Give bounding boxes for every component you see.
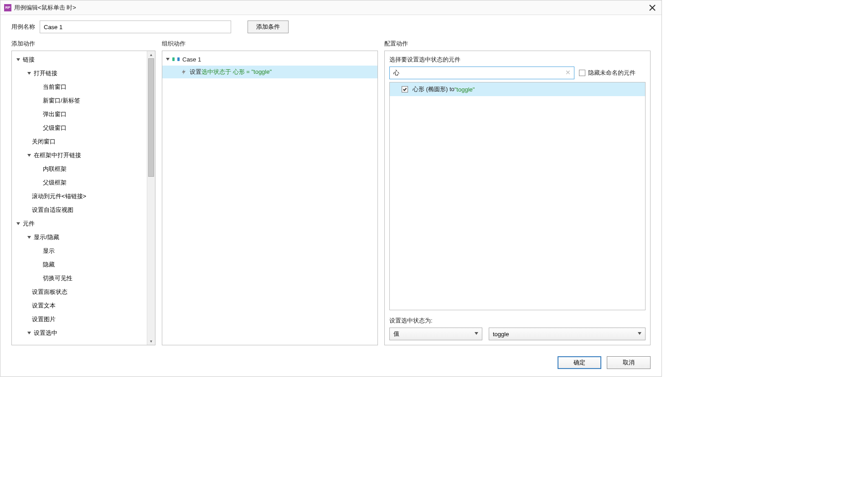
action-detail: 选中状态于 心形 = "toggle" bbox=[202, 68, 272, 76]
titlebar: RP 用例编辑<鼠标单击 时> bbox=[0, 0, 661, 15]
tree-show-hide[interactable]: 显示/隐藏 bbox=[12, 231, 147, 244]
tree-toggle-vis[interactable]: 切换可见性 bbox=[12, 272, 147, 285]
hide-unnamed-label: 隐藏未命名的元件 bbox=[588, 69, 636, 77]
case-label: Case 1 bbox=[182, 56, 201, 63]
dialog-footer: 确定 取消 bbox=[0, 352, 661, 376]
add-action-header: 添加动作 bbox=[11, 37, 155, 51]
state-value-dropdown[interactable]: toggle bbox=[489, 328, 646, 340]
clear-filter-icon[interactable]: ✕ bbox=[564, 69, 572, 76]
tree-open-link[interactable]: 打开链接 bbox=[12, 67, 147, 80]
action-tree[interactable]: 链接 打开链接 当前窗口 新窗口/新标签 弹出窗口 父级窗口 关闭窗口 在框架中… bbox=[12, 51, 147, 345]
widget-filter-input[interactable] bbox=[389, 67, 574, 79]
chevron-down-icon bbox=[475, 332, 478, 335]
tree-hide[interactable]: 隐藏 bbox=[12, 258, 147, 272]
tree-links[interactable]: 链接 bbox=[12, 53, 147, 67]
add-action-panel: 链接 打开链接 当前窗口 新窗口/新标签 弹出窗口 父级窗口 关闭窗口 在框架中… bbox=[11, 51, 155, 345]
case-editor-dialog: RP 用例编辑<鼠标单击 时> 用例名称 添加条件 添加动作 链接 打开链接 当… bbox=[0, 0, 662, 377]
action-row-set-selected[interactable]: 设置 选中状态于 心形 = "toggle" bbox=[162, 66, 377, 78]
widget-row-checkbox[interactable] bbox=[402, 86, 408, 92]
case-row[interactable]: Case 1 bbox=[162, 53, 377, 66]
tree-new-window-tab[interactable]: 新窗口/新标签 bbox=[12, 94, 147, 108]
select-widgets-prompt: 选择要设置选中状态的元件 bbox=[389, 56, 646, 64]
case-icon bbox=[172, 56, 180, 62]
organize-action-header: 组织动作 bbox=[162, 37, 378, 51]
tree-close-window[interactable]: 关闭窗口 bbox=[12, 135, 147, 149]
checkbox-icon bbox=[579, 70, 585, 76]
editor-columns: 添加动作 链接 打开链接 当前窗口 新窗口/新标签 弹出窗口 父级窗口 关闭窗口… bbox=[0, 37, 661, 352]
case-name-row: 用例名称 添加条件 bbox=[0, 15, 661, 37]
tree-set-image[interactable]: 设置图片 bbox=[12, 313, 147, 326]
scroll-track[interactable] bbox=[147, 58, 155, 338]
tree-set-selected[interactable]: 设置选中 bbox=[12, 326, 147, 340]
scroll-down-icon[interactable]: ▼ bbox=[147, 338, 155, 345]
tree-popup-window[interactable]: 弹出窗口 bbox=[12, 108, 147, 121]
organize-action-panel: Case 1 设置 选中状态于 心形 = "toggle" bbox=[162, 51, 378, 345]
window-title: 用例编辑<鼠标单击 时> bbox=[14, 4, 647, 12]
tree-set-adaptive[interactable]: 设置自适应视图 bbox=[12, 203, 147, 217]
tree-scroll-anchor[interactable]: 滚动到元件<锚链接> bbox=[12, 190, 147, 203]
configure-action-header: 配置动作 bbox=[384, 37, 651, 51]
state-type-dropdown[interactable]: 值 bbox=[389, 328, 482, 340]
tree-open-in-frame[interactable]: 在框架中打开链接 bbox=[12, 149, 147, 162]
tree-inline-frame[interactable]: 内联框架 bbox=[12, 162, 147, 176]
add-condition-button[interactable]: 添加条件 bbox=[248, 20, 289, 33]
app-icon: RP bbox=[4, 4, 11, 11]
tree-current-window[interactable]: 当前窗口 bbox=[12, 80, 147, 94]
left-scrollbar[interactable]: ▲ ▼ bbox=[147, 51, 155, 345]
widget-row-heart[interactable]: 心形 (椭圆形) to "toggle" bbox=[390, 82, 645, 96]
state-value-value: toggle bbox=[493, 331, 509, 338]
state-type-value: 值 bbox=[393, 330, 399, 338]
lightning-icon bbox=[181, 69, 187, 75]
widget-row-name: 心形 (椭圆形) to bbox=[413, 85, 455, 93]
action-prefix: 设置 bbox=[190, 68, 202, 76]
case-name-label: 用例名称 bbox=[11, 23, 35, 31]
set-selected-state-label: 设置选中状态为: bbox=[389, 317, 646, 325]
chevron-down-icon bbox=[638, 332, 641, 335]
widget-list[interactable]: 心形 (椭圆形) to "toggle" bbox=[389, 82, 646, 310]
configure-action-panel: 选择要设置选中状态的元件 ✕ 隐藏未命名的元件 bbox=[384, 51, 651, 345]
tree-parent-window[interactable]: 父级窗口 bbox=[12, 121, 147, 135]
scroll-up-icon[interactable]: ▲ bbox=[147, 51, 155, 58]
case-name-input[interactable] bbox=[40, 20, 231, 33]
add-action-column: 添加动作 链接 打开链接 当前窗口 新窗口/新标签 弹出窗口 父级窗口 关闭窗口… bbox=[11, 37, 155, 345]
organize-action-column: 组织动作 Case 1 设置 选中状态于 心形 = "toggle" bbox=[162, 37, 378, 345]
tree-widgets[interactable]: 元件 bbox=[12, 217, 147, 231]
tree-set-panel-state[interactable]: 设置面板状态 bbox=[12, 285, 147, 299]
close-icon bbox=[649, 5, 656, 11]
close-button[interactable] bbox=[647, 2, 658, 13]
cancel-button[interactable]: 取消 bbox=[607, 356, 651, 369]
widget-row-value: "toggle" bbox=[455, 86, 475, 93]
tree-set-text[interactable]: 设置文本 bbox=[12, 299, 147, 313]
scroll-thumb[interactable] bbox=[148, 58, 154, 177]
tree-show[interactable]: 显示 bbox=[12, 244, 147, 258]
ok-button[interactable]: 确定 bbox=[558, 356, 601, 369]
hide-unnamed-checkbox[interactable]: 隐藏未命名的元件 bbox=[579, 69, 636, 77]
filter-input-wrap: ✕ bbox=[389, 67, 574, 79]
configure-action-column: 配置动作 选择要设置选中状态的元件 ✕ 隐藏未命名的元件 bbox=[384, 37, 651, 345]
tree-parent-frame[interactable]: 父级框架 bbox=[12, 176, 147, 190]
